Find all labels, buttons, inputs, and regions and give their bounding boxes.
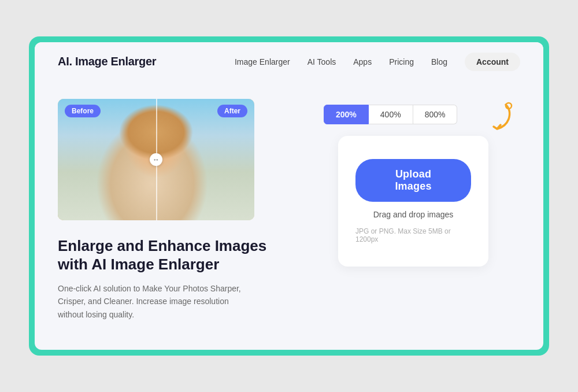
comparison-arrow[interactable]: ↔ [150, 153, 162, 166]
after-label: After [217, 105, 247, 117]
hero-headline: Enlarge and Enhance Images with AI Image… [58, 236, 272, 274]
nav-item-ai-tools[interactable]: AI Tools [307, 57, 336, 67]
outer-frame: AI. Image Enlarger Image Enlarger AI Too… [29, 36, 549, 356]
main-content: Before After ↔ Enlarge and Enhance Image… [35, 82, 543, 350]
arrow-doodle [462, 99, 514, 134]
hero-subtext: One-click AI solution to Make Your Photo… [58, 282, 243, 321]
drag-drop-text: Drag and drop images [373, 210, 454, 219]
upload-button[interactable]: Upload Images [355, 159, 471, 202]
inner-card: AI. Image Enlarger Image Enlarger AI Too… [35, 42, 543, 350]
nav-account[interactable]: Account [465, 53, 520, 71]
nav-item-blog[interactable]: Blog [431, 57, 447, 67]
before-label: Before [65, 105, 101, 117]
file-hint-text: JPG or PNG. Max Size 5MB or 1200px [355, 227, 471, 243]
navigation: AI. Image Enlarger Image Enlarger AI Too… [35, 42, 543, 82]
nav-item-pricing[interactable]: Pricing [389, 57, 414, 67]
zoom-options: 200% 400% 800% [324, 105, 457, 124]
nav-item-image-enlarger[interactable]: Image Enlarger [235, 57, 290, 67]
account-button[interactable]: Account [465, 53, 520, 71]
nav-links: Image Enlarger AI Tools Apps Pricing Blo… [235, 53, 520, 71]
nav-item-apps[interactable]: Apps [353, 57, 372, 67]
upload-box: Upload Images Drag and drop images JPG o… [338, 136, 488, 267]
zoom-400-button[interactable]: 400% [369, 105, 413, 124]
right-section: 200% 400% 800% Upload Images Drag and dr… [306, 99, 520, 267]
zoom-800-button[interactable]: 800% [413, 105, 458, 124]
site-logo: AI. Image Enlarger [58, 55, 156, 68]
left-section: Before After ↔ Enlarge and Enhance Image… [58, 99, 272, 321]
before-after-image: Before After ↔ [58, 99, 254, 220]
zoom-200-button[interactable]: 200% [324, 105, 369, 124]
